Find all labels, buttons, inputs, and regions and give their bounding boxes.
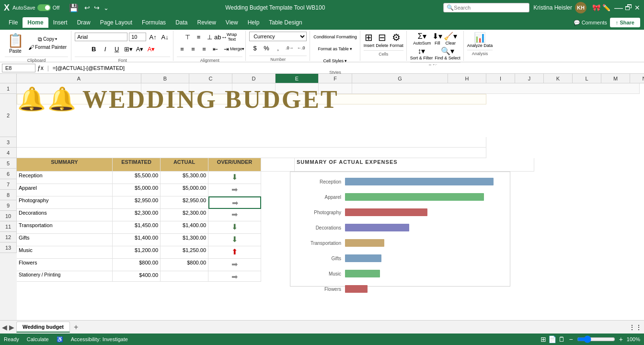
- cell-gifts-actual[interactable]: $1,300.00: [161, 234, 208, 246]
- header-summary[interactable]: SUMMARY: [17, 158, 113, 172]
- cell-reception-arrow[interactable]: ⬇: [208, 172, 261, 184]
- ribbon-icon[interactable]: 🎀: [592, 4, 600, 12]
- row-8[interactable]: 8: [0, 190, 17, 200]
- cell-transportation-est[interactable]: $1,450.00: [113, 221, 161, 234]
- function-icon[interactable]: ƒx: [37, 65, 44, 71]
- redo-icon[interactable]: ↪: [94, 4, 100, 12]
- cell-stationery-actual[interactable]: [161, 271, 208, 282]
- increase-font-button[interactable]: A↑: [148, 32, 158, 42]
- cell-reception-est[interactable]: $5,500.00: [113, 172, 161, 184]
- col-b[interactable]: B: [141, 74, 189, 83]
- conditional-formatting-button[interactable]: Conditional Formatting: [313, 32, 357, 42]
- row-11[interactable]: 11: [0, 221, 17, 232]
- clear-button[interactable]: 🧹▾ Clear: [444, 32, 457, 46]
- row-4[interactable]: 4: [0, 148, 17, 158]
- search-box[interactable]: 🔍: [443, 3, 529, 12]
- autosum-button[interactable]: Σ▾ AutoSum: [413, 32, 431, 46]
- comments-button[interactable]: 💬 Comments: [574, 20, 607, 26]
- tab-table-design[interactable]: Table Design: [264, 17, 307, 28]
- chart-header-cell[interactable]: SUMMARY OF ACTUAL EXPENSES: [295, 158, 534, 172]
- sort-filter-button[interactable]: ↕▾ Sort & Filter: [410, 46, 433, 60]
- analyze-data-button[interactable]: 📊 Analyze Data: [467, 32, 493, 48]
- tab-home[interactable]: Home: [23, 17, 48, 28]
- col-k[interactable]: K: [544, 74, 573, 83]
- font-color-button[interactable]: A▾: [146, 44, 157, 54]
- col-c[interactable]: C: [189, 74, 232, 83]
- border-button[interactable]: ⊞▾: [123, 44, 134, 54]
- tab-page-layout[interactable]: Page Layout: [95, 17, 137, 28]
- cell-apparel-est[interactable]: $5,000.00: [113, 184, 161, 196]
- decrease-indent-button[interactable]: ⇤: [210, 44, 220, 54]
- row-2[interactable]: 2: [0, 94, 17, 137]
- cell-apparel[interactable]: Apparel: [17, 184, 113, 196]
- sheet-tab-wedding-budget[interactable]: Wedding budget: [16, 322, 70, 333]
- cell-reception[interactable]: Reception: [17, 172, 113, 184]
- cell-photography[interactable]: Photography: [17, 196, 113, 209]
- cell-photography-est[interactable]: $2,950.00: [113, 196, 161, 209]
- cell-transportation[interactable]: Transportation: [17, 221, 113, 234]
- zoom-out-icon[interactable]: −: [569, 335, 573, 343]
- cell-photography-actual[interactable]: $2,950.00: [161, 196, 208, 209]
- formula-input[interactable]: [51, 65, 642, 71]
- merge-center-button[interactable]: Merge▾: [232, 44, 242, 54]
- tab-view[interactable]: View: [221, 17, 243, 28]
- tab-review[interactable]: Review: [192, 17, 220, 28]
- cell-g1[interactable]: [352, 83, 640, 94]
- cell-music-est[interactable]: $1,200.00: [113, 246, 161, 259]
- text-direction-button[interactable]: ab↔: [216, 32, 226, 42]
- tab-insert[interactable]: Insert: [48, 17, 72, 28]
- share-button[interactable]: ↑ Share: [610, 18, 640, 27]
- number-format-select[interactable]: Currency: [249, 32, 307, 41]
- header-estimated[interactable]: ESTIMATED: [113, 158, 161, 172]
- align-center-button[interactable]: ≡: [188, 44, 198, 54]
- undo-icon[interactable]: ↩: [84, 4, 90, 12]
- cell-music-actual[interactable]: $1,250.00: [161, 246, 208, 259]
- header-over-under[interactable]: OVER/UNDER: [208, 158, 261, 172]
- align-middle-button[interactable]: ≡: [194, 32, 204, 42]
- increase-decimal-button[interactable]: .0→: [284, 43, 295, 53]
- add-sheet-button[interactable]: +: [71, 323, 81, 332]
- format-painter-button[interactable]: 🖌 Format Painter: [27, 44, 68, 51]
- paste-button[interactable]: 📋 Paste: [5, 32, 26, 55]
- cell-gifts-arrow[interactable]: ⬇: [208, 234, 261, 246]
- format-as-table-button[interactable]: Format as Table ▾: [313, 44, 357, 54]
- tab-data[interactable]: Data: [171, 17, 192, 28]
- comma-button[interactable]: ,: [273, 43, 283, 53]
- fill-button[interactable]: ⬇▾ Fill: [432, 32, 442, 46]
- find-select-button[interactable]: 🔍▾ Find & Select: [435, 46, 460, 60]
- cell-reference-input[interactable]: [2, 64, 35, 72]
- close-button[interactable]: ✕: [634, 4, 640, 12]
- quick-access-more[interactable]: ⌄: [104, 4, 109, 12]
- cell-a4[interactable]: [17, 148, 486, 158]
- cell-stationery[interactable]: Stationery / Printing: [17, 271, 113, 282]
- align-left-button[interactable]: ≡: [177, 44, 187, 54]
- page-layout-view-icon[interactable]: 📄: [548, 335, 556, 343]
- fill-color-button[interactable]: A▾: [135, 44, 145, 54]
- cell-stationery-arrow[interactable]: ➡: [208, 271, 261, 282]
- sheet-nav-left[interactable]: ◀: [2, 323, 7, 331]
- cell-apparel-arrow[interactable]: ➡: [208, 184, 261, 196]
- edit-icon[interactable]: ✏️: [602, 4, 610, 12]
- cell-music[interactable]: Music: [17, 246, 113, 259]
- sheet-options-icon[interactable]: ⋮⋮: [629, 323, 642, 331]
- cell-stationery-est[interactable]: $400.00: [113, 271, 161, 282]
- autosave-toggle[interactable]: [37, 4, 51, 11]
- underline-button[interactable]: U: [112, 44, 122, 54]
- cell-flowers[interactable]: Flowers: [17, 259, 113, 271]
- col-a[interactable]: A: [17, 74, 141, 83]
- tab-formulas[interactable]: Formulas: [137, 17, 171, 28]
- tab-help[interactable]: Help: [243, 17, 264, 28]
- minimize-button[interactable]: —: [614, 3, 623, 13]
- percent-button[interactable]: %: [261, 43, 272, 53]
- decrease-font-button[interactable]: A↓: [160, 32, 170, 42]
- cell-decorations-est[interactable]: $2,300.00: [113, 209, 161, 221]
- row-9[interactable]: 9: [0, 200, 17, 211]
- tab-file[interactable]: File: [4, 17, 23, 28]
- italic-button[interactable]: I: [100, 44, 111, 54]
- row-7[interactable]: 7: [0, 179, 17, 190]
- font-name-input[interactable]: [75, 33, 127, 41]
- tab-draw[interactable]: Draw: [72, 17, 95, 28]
- row-6[interactable]: 6: [0, 169, 17, 179]
- wedding-title-cell[interactable]: 🔔🔔 WEDDING BUDGET: [17, 94, 486, 104]
- cell-transportation-actual[interactable]: $1,400.00: [161, 221, 208, 234]
